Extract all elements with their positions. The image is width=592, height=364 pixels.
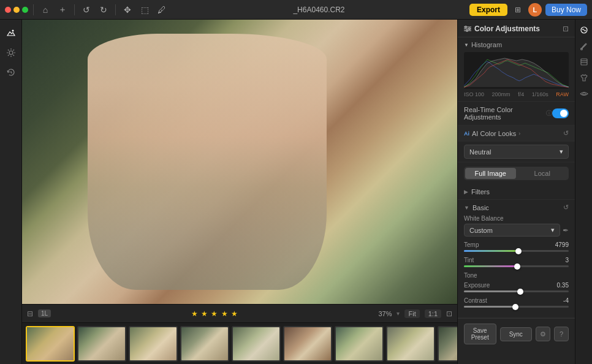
basic-title: ▼ Basic bbox=[464, 204, 489, 211]
separator bbox=[115, 4, 116, 15]
contrast-slider[interactable] bbox=[464, 306, 569, 308]
maximize-button[interactable] bbox=[22, 7, 28, 13]
minimize-button[interactable] bbox=[13, 7, 20, 13]
topbar-center: _H6A0460.CR2 bbox=[172, 6, 466, 14]
dropdown-chevron-icon: ▾ bbox=[560, 148, 563, 156]
neutral-dropdown[interactable]: Neutral ▾ bbox=[464, 145, 569, 159]
exif-type: RAW bbox=[556, 91, 569, 97]
close-button[interactable] bbox=[5, 7, 11, 13]
filmstrip-thumb-6[interactable] bbox=[283, 326, 332, 362]
realtime-toggle[interactable] bbox=[552, 108, 569, 118]
contrast-label: Contrast -4 bbox=[464, 297, 569, 304]
histogram-label[interactable]: ▼ Histogram bbox=[464, 41, 569, 48]
image-area[interactable] bbox=[22, 20, 457, 304]
brush-icon[interactable]: 🖊 bbox=[155, 3, 169, 17]
realtime-info-icon[interactable]: ⓘ bbox=[546, 109, 552, 118]
temp-label: Temp 4799 bbox=[464, 241, 569, 248]
filmstrip-thumb-1[interactable] bbox=[26, 326, 75, 362]
fit-button[interactable]: Fit bbox=[404, 309, 419, 318]
exif-shutter: 1/160s bbox=[532, 91, 548, 97]
filmstrip-thumb-2[interactable] bbox=[77, 326, 126, 362]
grid-icon[interactable]: ⊞ bbox=[511, 3, 525, 17]
ai-reset-icon[interactable]: ↺ bbox=[563, 129, 569, 137]
ai-chevron-icon: › bbox=[518, 131, 520, 137]
ai-badge: Ai bbox=[464, 131, 469, 137]
star-rating[interactable]: ★ ★ ★ ★ ★ bbox=[191, 309, 238, 318]
crop-icon[interactable]: ⬚ bbox=[138, 3, 151, 17]
basic-header[interactable]: ▼ Basic ↺ bbox=[458, 200, 575, 215]
panel-header: Color Adjustments ⊡ bbox=[458, 20, 575, 37]
filmstrip-thumb-7[interactable] bbox=[335, 326, 384, 362]
tint-slider[interactable] bbox=[464, 265, 569, 267]
undo-icon[interactable]: ↺ bbox=[80, 3, 93, 17]
zoom-value: 37% bbox=[378, 310, 392, 317]
tint-label: Tint 3 bbox=[464, 257, 569, 264]
ai-color-row[interactable]: Ai AI Color Looks › ↺ bbox=[458, 126, 575, 142]
exif-row: ISO 100 200mm f/4 1/160s RAW bbox=[464, 91, 569, 97]
sync-button[interactable]: Sync bbox=[500, 327, 533, 341]
filmstrip-thumb-3[interactable] bbox=[129, 326, 178, 362]
basic-controls: White Balance Custom ▾ ✒ bbox=[458, 215, 575, 317]
filmstrip-thumb-4[interactable] bbox=[180, 326, 229, 362]
image-tabs: Full Image Local bbox=[464, 167, 569, 180]
ratio-button[interactable]: 1:1 bbox=[425, 309, 441, 318]
wb-eyedropper-icon[interactable]: ✒ bbox=[563, 226, 569, 235]
panel-icon-shirt[interactable] bbox=[577, 71, 591, 85]
exif-iso: ISO 100 bbox=[464, 91, 484, 97]
separator bbox=[74, 4, 75, 15]
panel-icon-layers[interactable] bbox=[577, 55, 591, 69]
histogram-canvas bbox=[464, 52, 569, 89]
svg-line-7 bbox=[13, 55, 14, 56]
panel-copy-icon[interactable]: ⊡ bbox=[563, 25, 569, 33]
file-title: _H6A0460.CR2 bbox=[293, 6, 344, 14]
tab-local[interactable]: Local bbox=[517, 168, 568, 179]
filmstrip-thumb-5[interactable] bbox=[232, 326, 281, 362]
histogram-section: ▼ Histogram ISO 10 bbox=[458, 37, 575, 102]
topbar-right: Export ⊞ L Buy Now bbox=[469, 3, 587, 17]
bottom-controls: ⊟ 1L ★ ★ ★ ★ ★ 37% ▾ Fit 1:1 ⊡ bbox=[22, 304, 457, 322]
adjustments-icon bbox=[464, 25, 471, 32]
save-preset-button[interactable]: Save Preset bbox=[464, 324, 496, 344]
sidebar-icon-sun[interactable] bbox=[2, 44, 20, 61]
filmstrip-thumb-8[interactable] bbox=[386, 326, 435, 362]
export-button[interactable]: Export bbox=[469, 4, 507, 16]
pan-icon[interactable]: ✥ bbox=[121, 3, 134, 17]
panel-icon-eye[interactable] bbox=[577, 87, 591, 100]
settings-icon[interactable]: ⚙ bbox=[536, 327, 550, 341]
expand-icon[interactable]: ⊡ bbox=[446, 309, 452, 318]
filters-header[interactable]: ▶ Filters bbox=[458, 184, 575, 199]
exposure-label: Exposure 0.35 bbox=[464, 282, 569, 289]
view-icon[interactable]: 1L bbox=[38, 309, 51, 317]
home-icon[interactable]: ⌂ bbox=[39, 3, 52, 17]
temp-row: Temp 4799 bbox=[464, 241, 569, 252]
topbar: ⌂ ＋ ↺ ↻ ✥ ⬚ 🖊 _H6A0460.CR2 Export ⊞ L Bu… bbox=[0, 0, 592, 20]
white-balance-label: White Balance bbox=[464, 215, 569, 222]
buy-now-button[interactable]: Buy Now bbox=[545, 4, 587, 16]
temp-slider[interactable] bbox=[464, 250, 569, 252]
exposure-slider[interactable] bbox=[464, 290, 569, 292]
filmstrip bbox=[22, 322, 457, 364]
white-balance-dropdown[interactable]: Custom ▾ bbox=[464, 224, 560, 237]
ai-label: Ai AI Color Looks › bbox=[464, 130, 520, 137]
sidebar-icon-history[interactable] bbox=[2, 64, 20, 81]
add-icon[interactable]: ＋ bbox=[56, 3, 69, 17]
svg-point-0 bbox=[12, 30, 13, 32]
svg-point-23 bbox=[583, 93, 585, 95]
panel-icon-brush[interactable] bbox=[577, 39, 591, 53]
redo-icon[interactable]: ↻ bbox=[97, 3, 110, 17]
avatar[interactable]: L bbox=[528, 3, 542, 17]
filmstrip-thumb-9[interactable] bbox=[438, 326, 457, 362]
wb-dropdown-chevron-icon: ▾ bbox=[551, 226, 555, 234]
tab-full-image[interactable]: Full Image bbox=[465, 168, 516, 179]
filters-title: ▶ Filters bbox=[464, 188, 490, 195]
filters-section: ▶ Filters bbox=[458, 184, 575, 200]
separator bbox=[33, 4, 34, 15]
filter-icon[interactable]: ⊟ bbox=[27, 309, 33, 318]
sidebar-icon-landscape[interactable] bbox=[2, 25, 20, 42]
panel-icon-color[interactable] bbox=[577, 23, 591, 37]
basic-section: ▼ Basic ↺ White Balance Custom bbox=[458, 200, 575, 318]
exposure-row: Exposure 0.35 bbox=[464, 282, 569, 292]
exposure-value: 0.35 bbox=[557, 282, 569, 289]
basic-reset-icon[interactable]: ↺ bbox=[563, 203, 569, 211]
help-icon[interactable]: ? bbox=[554, 327, 569, 341]
